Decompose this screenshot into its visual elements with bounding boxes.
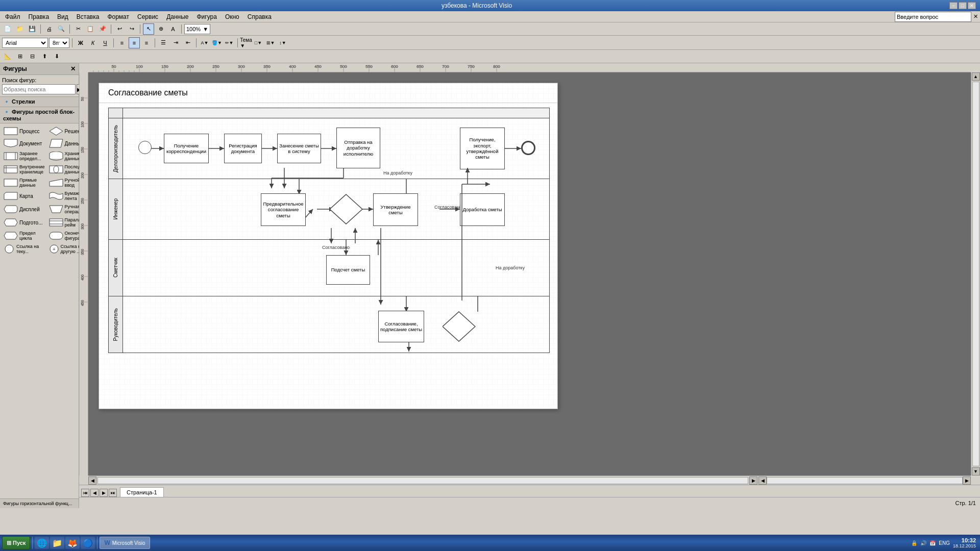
font-size-select[interactable]: 8пт xyxy=(49,38,69,48)
ungroup-button[interactable]: ⊟ xyxy=(27,51,38,62)
minimize-button[interactable]: − xyxy=(949,2,958,9)
line-color-button[interactable]: ✏▼ xyxy=(224,37,235,48)
start-button[interactable]: ⊞ Пуск xyxy=(2,536,30,549)
tab-first-button[interactable]: ⏮ xyxy=(81,489,89,497)
shape-s6[interactable]: Предварительное согласование сметы xyxy=(261,193,306,226)
shape-s3[interactable]: Занесение сметы в систему xyxy=(277,134,321,163)
shape-s11[interactable]: Согласование, подписание сметы xyxy=(378,311,424,342)
shape-prepare[interactable]: Подгото... xyxy=(2,216,46,229)
menu-data[interactable]: Данные xyxy=(163,12,191,21)
shape-document[interactable]: Документ xyxy=(2,138,46,149)
shape-direct-data[interactable]: Прямые данные xyxy=(2,177,46,189)
taskbar-chrome-button[interactable]: 🔵 xyxy=(81,537,95,549)
send-back-button[interactable]: ⬇ xyxy=(51,51,62,62)
shape-s10[interactable]: Подсчет сметы xyxy=(326,255,370,285)
italic-button[interactable]: К xyxy=(87,37,99,48)
position-button[interactable]: ↕▼ xyxy=(277,37,288,48)
menu-insert[interactable]: Вставка xyxy=(74,12,103,21)
font-family-select[interactable]: Arial xyxy=(2,38,48,48)
h-scroll-thumb[interactable] xyxy=(97,477,748,484)
connector-button[interactable]: ⊕ xyxy=(155,23,166,35)
menu-service[interactable]: Сервис xyxy=(134,12,161,21)
start-circle[interactable] xyxy=(138,141,152,154)
v-scroll-thumb[interactable] xyxy=(972,82,979,466)
pointer-button[interactable]: ↖ xyxy=(143,23,154,35)
font-color-button[interactable]: A▼ xyxy=(199,37,210,48)
taskbar-folder-button[interactable]: 📁 xyxy=(50,537,64,549)
category-flowchart[interactable]: 🔹 Фигуры простой блок-схемы xyxy=(0,107,79,123)
shape-card[interactable]: Карта xyxy=(2,190,46,202)
h-scroll-mini[interactable] xyxy=(767,477,963,484)
menu-file[interactable]: Файл xyxy=(2,12,23,21)
indent-button[interactable]: ⇥ xyxy=(170,37,181,48)
zoom-dropdown[interactable]: ▼ xyxy=(203,26,208,32)
tab-next-button[interactable]: ▶ xyxy=(100,489,108,497)
new-button[interactable]: 📄 xyxy=(2,23,13,35)
paste-button[interactable]: 📌 xyxy=(97,23,108,35)
shape-predefined[interactable]: Заранее определ... xyxy=(2,150,46,162)
list-button[interactable]: ☰ xyxy=(158,37,169,48)
fill-color-button[interactable]: 🪣▼ xyxy=(211,37,223,48)
lang-indicator[interactable]: ENG xyxy=(939,540,950,546)
align-shapes-button[interactable]: ⊞▼ xyxy=(265,37,276,48)
print-preview-button[interactable]: 🔍 xyxy=(56,23,67,35)
scroll-indicator[interactable]: ◀ xyxy=(758,477,767,485)
shadow-button[interactable]: □▼ xyxy=(253,37,264,48)
scroll-down-button[interactable]: ▼ xyxy=(972,467,980,475)
diagram-page[interactable]: Согласование сметы Делопроизводитель xyxy=(99,83,558,409)
menu-format[interactable]: Формат xyxy=(104,12,132,21)
shape-s5[interactable]: Получение, экспорт, утверждённой сметы xyxy=(460,128,505,169)
canvas-area[interactable]: Согласование сметы Делопроизводитель xyxy=(88,72,971,475)
outdent-button[interactable]: ⇤ xyxy=(182,37,193,48)
text-button[interactable]: A xyxy=(167,23,179,35)
shape-s4[interactable]: Отправка на доработку исполнителю xyxy=(336,128,380,168)
tab-last-button[interactable]: ⏭ xyxy=(109,489,117,497)
shape-process[interactable]: Процесс xyxy=(2,126,46,137)
print-button[interactable]: 🖨 xyxy=(43,23,55,35)
taskbar-ie-button[interactable]: 🌐 xyxy=(35,537,49,549)
shape-link-current[interactable]: Ссылка на теку... xyxy=(2,243,46,255)
shape-s9[interactable]: Доработка сметы xyxy=(460,193,505,226)
v-scrollbar[interactable]: ▲ ▼ xyxy=(971,72,980,475)
page-tab-1[interactable]: Страница-1 xyxy=(120,487,164,497)
menu-edit[interactable]: Правка xyxy=(26,12,53,21)
shape-display[interactable]: Дисплей xyxy=(2,203,46,215)
menu-shape[interactable]: Фигура xyxy=(193,12,219,21)
scroll-left-button[interactable]: ◀ xyxy=(88,477,96,485)
shape-internal-storage[interactable]: Внутренние хранилище xyxy=(2,163,46,176)
shape-s2[interactable]: Регистрация документа xyxy=(224,134,262,163)
underline-button[interactable]: Ч xyxy=(100,37,111,48)
align-right-button[interactable]: ≡ xyxy=(141,37,152,48)
bring-front-button[interactable]: ⬆ xyxy=(39,51,50,62)
scroll-end-button[interactable]: ▶ xyxy=(963,477,971,485)
open-button[interactable]: 📁 xyxy=(14,23,26,35)
menu-window[interactable]: Окно xyxy=(222,12,242,21)
scroll-up-button[interactable]: ▲ xyxy=(972,72,980,81)
close-button[interactable]: ✕ xyxy=(968,2,976,9)
shape-loop-limit[interactable]: Предел цикла xyxy=(2,230,46,242)
align-center-button[interactable]: ≡ xyxy=(129,37,140,48)
align-left-button[interactable]: ≡ xyxy=(116,37,128,48)
shape-s1[interactable]: Получение корреспонденции xyxy=(164,134,209,163)
cut-button[interactable]: ✂ xyxy=(72,23,84,35)
search-input[interactable] xyxy=(2,84,76,94)
shape-panel-button[interactable]: 📐 xyxy=(2,51,13,62)
taskbar-firefox-button[interactable]: 🦊 xyxy=(65,537,80,549)
redo-button[interactable]: ↪ xyxy=(126,23,137,35)
group-button[interactable]: ⊞ xyxy=(14,51,26,62)
menu-view[interactable]: Вид xyxy=(54,12,71,21)
save-button[interactable]: 💾 xyxy=(27,23,38,35)
menu-help[interactable]: Справка xyxy=(244,12,275,21)
category-arrows[interactable]: 🔹 Стрелки xyxy=(0,97,79,107)
end-circle[interactable] xyxy=(521,141,535,155)
tab-prev-button[interactable]: ◀ xyxy=(90,489,99,497)
h-scrollbar[interactable]: ◀ ▶ ◀ ▶ xyxy=(88,475,971,485)
copy-button[interactable]: 📋 xyxy=(85,23,96,35)
scroll-right-button[interactable]: ▶ xyxy=(749,477,757,485)
undo-button[interactable]: ↩ xyxy=(114,23,125,35)
theme-button[interactable]: Тема ▼ xyxy=(240,37,252,48)
shape-s12[interactable] xyxy=(443,311,476,342)
shape-s7[interactable] xyxy=(330,194,363,224)
bold-button[interactable]: Ж xyxy=(75,37,86,48)
shape-s8[interactable]: Утверждение сметы xyxy=(373,193,418,226)
